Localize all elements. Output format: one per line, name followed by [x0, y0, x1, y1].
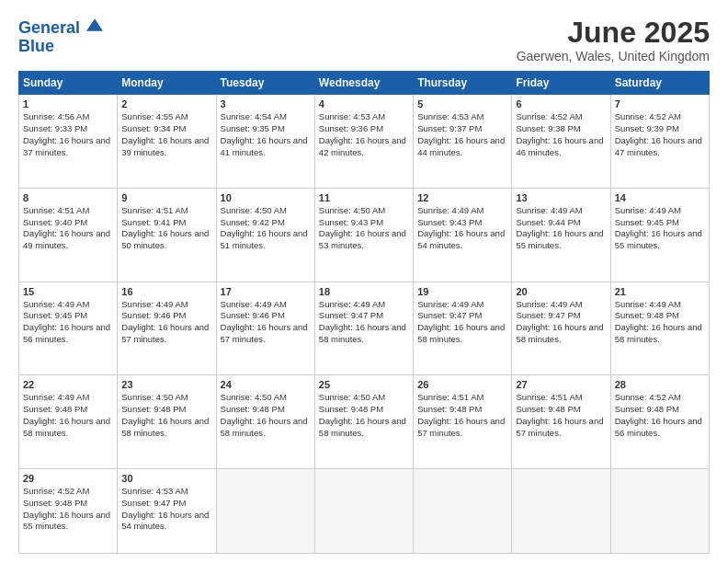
day-number: 25 [319, 379, 409, 390]
calendar-cell [314, 468, 413, 553]
calendar-header-thursday: Thursday [414, 72, 512, 95]
cell-text: Sunrise: 4:52 AMSunset: 9:48 PMDaylight:… [615, 392, 702, 437]
cell-text: Sunrise: 4:52 AMSunset: 9:39 PMDaylight:… [615, 111, 702, 156]
calendar-cell: 14Sunrise: 4:49 AMSunset: 9:45 PMDayligh… [610, 188, 709, 282]
svg-marker-0 [86, 18, 103, 31]
calendar-cell: 15Sunrise: 4:49 AMSunset: 9:45 PMDayligh… [19, 282, 118, 375]
day-number: 20 [516, 286, 606, 297]
day-number: 22 [23, 379, 113, 390]
cell-text: Sunrise: 4:50 AMSunset: 9:43 PMDaylight:… [319, 205, 406, 250]
cell-text: Sunrise: 4:51 AMSunset: 9:48 PMDaylight:… [516, 392, 603, 437]
calendar-week-4: 22Sunrise: 4:49 AMSunset: 9:48 PMDayligh… [19, 375, 710, 469]
day-number: 7 [615, 98, 705, 109]
day-number: 10 [221, 192, 311, 203]
calendar-cell: 18Sunrise: 4:49 AMSunset: 9:47 PMDayligh… [314, 282, 413, 375]
day-number: 14 [615, 192, 705, 203]
cell-text: Sunrise: 4:49 AMSunset: 9:45 PMDaylight:… [615, 205, 702, 250]
calendar-cell: 2Sunrise: 4:55 AMSunset: 9:34 PMDaylight… [118, 95, 216, 189]
calendar-header-friday: Friday [512, 72, 610, 95]
calendar-cell: 7Sunrise: 4:52 AMSunset: 9:39 PMDaylight… [610, 95, 709, 189]
day-number: 8 [23, 192, 113, 203]
calendar-cell [414, 468, 512, 553]
day-number: 21 [615, 286, 705, 297]
cell-text: Sunrise: 4:49 AMSunset: 9:45 PMDaylight:… [23, 299, 110, 344]
calendar-cell: 1Sunrise: 4:56 AMSunset: 9:33 PMDaylight… [19, 95, 118, 189]
cell-text: Sunrise: 4:51 AMSunset: 9:40 PMDaylight:… [23, 205, 110, 250]
day-number: 11 [319, 192, 409, 203]
cell-text: Sunrise: 4:52 AMSunset: 9:48 PMDaylight:… [23, 486, 110, 531]
cell-text: Sunrise: 4:50 AMSunset: 9:48 PMDaylight:… [221, 392, 308, 437]
cell-text: Sunrise: 4:53 AMSunset: 9:47 PMDaylight:… [121, 486, 209, 531]
calendar-cell: 22Sunrise: 4:49 AMSunset: 9:48 PMDayligh… [19, 375, 118, 469]
cell-text: Sunrise: 4:53 AMSunset: 9:36 PMDaylight:… [319, 111, 406, 156]
calendar-cell [512, 468, 610, 553]
calendar-cell [610, 468, 709, 553]
day-number: 13 [516, 192, 606, 203]
calendar-cell: 10Sunrise: 4:50 AMSunset: 9:42 PMDayligh… [216, 188, 314, 282]
calendar-cell: 12Sunrise: 4:49 AMSunset: 9:43 PMDayligh… [414, 188, 512, 282]
header: General Blue June 2025 Gaerwen, Wales, U… [18, 17, 710, 63]
cell-text: Sunrise: 4:54 AMSunset: 9:35 PMDaylight:… [221, 111, 308, 156]
title-block: June 2025 Gaerwen, Wales, United Kingdom [517, 17, 710, 63]
calendar-header-sunday: Sunday [19, 72, 118, 95]
month-title: June 2025 [517, 17, 710, 49]
calendar-cell: 6Sunrise: 4:52 AMSunset: 9:38 PMDaylight… [512, 95, 610, 189]
day-number: 28 [615, 379, 705, 390]
calendar-cell: 4Sunrise: 4:53 AMSunset: 9:36 PMDaylight… [314, 95, 413, 189]
calendar-cell: 5Sunrise: 4:53 AMSunset: 9:37 PMDaylight… [414, 95, 512, 189]
day-number: 17 [221, 286, 311, 297]
calendar-cell: 11Sunrise: 4:50 AMSunset: 9:43 PMDayligh… [314, 188, 413, 282]
calendar-cell: 21Sunrise: 4:49 AMSunset: 9:48 PMDayligh… [610, 282, 709, 375]
cell-text: Sunrise: 4:50 AMSunset: 9:42 PMDaylight:… [221, 205, 308, 250]
day-number: 2 [121, 98, 211, 109]
cell-text: Sunrise: 4:49 AMSunset: 9:46 PMDaylight:… [121, 299, 209, 344]
cell-text: Sunrise: 4:49 AMSunset: 9:47 PMDaylight:… [516, 299, 603, 344]
logo-text: General [18, 17, 103, 38]
day-number: 29 [23, 473, 113, 484]
cell-text: Sunrise: 4:49 AMSunset: 9:44 PMDaylight:… [516, 205, 603, 250]
location: Gaerwen, Wales, United Kingdom [517, 49, 710, 63]
day-number: 9 [121, 192, 211, 203]
day-number: 30 [121, 473, 211, 484]
logo-line2: Blue [18, 38, 54, 56]
calendar-cell: 19Sunrise: 4:49 AMSunset: 9:47 PMDayligh… [414, 282, 512, 375]
day-number: 3 [221, 98, 311, 109]
calendar-header-monday: Monday [118, 72, 216, 95]
cell-text: Sunrise: 4:51 AMSunset: 9:41 PMDaylight:… [121, 205, 209, 250]
calendar-table: SundayMondayTuesdayWednesdayThursdayFrid… [18, 71, 710, 554]
calendar-cell: 28Sunrise: 4:52 AMSunset: 9:48 PMDayligh… [610, 375, 709, 469]
calendar-header-row: SundayMondayTuesdayWednesdayThursdayFrid… [19, 72, 710, 95]
calendar-week-5: 29Sunrise: 4:52 AMSunset: 9:48 PMDayligh… [19, 468, 710, 553]
calendar-cell: 25Sunrise: 4:50 AMSunset: 9:48 PMDayligh… [314, 375, 413, 469]
logo-icon [86, 17, 103, 33]
calendar-cell: 27Sunrise: 4:51 AMSunset: 9:48 PMDayligh… [512, 375, 610, 469]
logo: General Blue [18, 17, 103, 56]
calendar-week-2: 8Sunrise: 4:51 AMSunset: 9:40 PMDaylight… [19, 188, 710, 282]
calendar-cell: 24Sunrise: 4:50 AMSunset: 9:48 PMDayligh… [216, 375, 314, 469]
cell-text: Sunrise: 4:49 AMSunset: 9:46 PMDaylight:… [221, 299, 308, 344]
calendar-cell: 29Sunrise: 4:52 AMSunset: 9:48 PMDayligh… [19, 468, 118, 553]
day-number: 6 [516, 98, 606, 109]
day-number: 15 [23, 286, 113, 297]
calendar-cell: 9Sunrise: 4:51 AMSunset: 9:41 PMDaylight… [118, 188, 216, 282]
cell-text: Sunrise: 4:55 AMSunset: 9:34 PMDaylight:… [121, 111, 209, 156]
cell-text: Sunrise: 4:50 AMSunset: 9:48 PMDaylight:… [121, 392, 209, 437]
calendar-cell: 26Sunrise: 4:51 AMSunset: 9:48 PMDayligh… [414, 375, 512, 469]
day-number: 12 [417, 192, 507, 203]
day-number: 27 [516, 379, 606, 390]
calendar-header-saturday: Saturday [610, 72, 709, 95]
day-number: 4 [319, 98, 409, 109]
calendar-header-tuesday: Tuesday [216, 72, 314, 95]
cell-text: Sunrise: 4:53 AMSunset: 9:37 PMDaylight:… [417, 111, 505, 156]
calendar-cell: 13Sunrise: 4:49 AMSunset: 9:44 PMDayligh… [512, 188, 610, 282]
day-number: 5 [417, 98, 507, 109]
page: General Blue June 2025 Gaerwen, Wales, U… [0, 0, 728, 563]
calendar-cell: 23Sunrise: 4:50 AMSunset: 9:48 PMDayligh… [118, 375, 216, 469]
day-number: 18 [319, 286, 409, 297]
cell-text: Sunrise: 4:49 AMSunset: 9:48 PMDaylight:… [615, 299, 702, 344]
cell-text: Sunrise: 4:52 AMSunset: 9:38 PMDaylight:… [516, 111, 603, 156]
calendar-header-wednesday: Wednesday [314, 72, 413, 95]
cell-text: Sunrise: 4:49 AMSunset: 9:43 PMDaylight:… [417, 205, 505, 250]
day-number: 24 [221, 379, 311, 390]
logo-line1: General [18, 18, 80, 37]
